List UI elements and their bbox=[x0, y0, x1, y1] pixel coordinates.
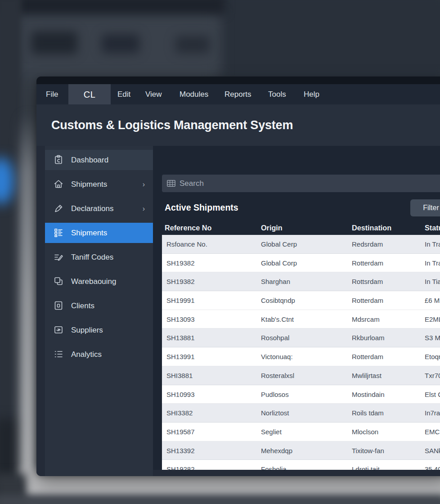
cell-origin: Fosbolia bbox=[261, 460, 287, 470]
clipboard-icon bbox=[53, 154, 64, 165]
table-row[interactable]: SH13392 Mehexdqp Tixitow-fan SANk bbox=[162, 441, 440, 460]
grid-icon bbox=[167, 180, 175, 187]
sidebar-item-warehousing[interactable]: Warebaouing bbox=[45, 271, 153, 292]
sidebar-item-declarations[interactable]: Declarations › bbox=[45, 198, 153, 219]
cell-status: £6 M2 bbox=[425, 291, 440, 310]
sidebar-item-suppliers[interactable]: Suppliers bbox=[45, 320, 153, 340]
table-row[interactable]: SH13093 Ktab's.Ctnt Mdsrcam E2ML bbox=[162, 310, 440, 329]
cell-reference: SH19382 bbox=[166, 272, 195, 291]
column-header-destination[interactable]: Destination bbox=[352, 223, 391, 232]
table-row[interactable]: SH19991 Cosibtqndp Rotterdam £6 M2 bbox=[162, 291, 440, 310]
column-header-origin[interactable]: Origin bbox=[261, 223, 283, 232]
menu-item-tools[interactable]: Tools bbox=[268, 84, 286, 104]
cell-origin: Rosteralxsl bbox=[261, 366, 294, 385]
sidebar-item-label: Shipments bbox=[71, 174, 107, 194]
sidebar-item-dashboard[interactable]: Dashboard bbox=[45, 150, 153, 170]
column-header-status[interactable]: Status bbox=[425, 223, 440, 232]
cell-status: In7ra bbox=[425, 404, 440, 423]
table-row[interactable]: Rsfoance No. Global Cerp Redsrdam In Tra bbox=[162, 235, 440, 254]
background-shape bbox=[21, 112, 36, 481]
shipments-table: Rsfoance No. Global Cerp Redsrdam In Tra… bbox=[162, 235, 440, 470]
search-input[interactable]: Search bbox=[162, 175, 440, 192]
cell-status: In Tia bbox=[425, 272, 440, 291]
cell-destination: Rkburloam bbox=[352, 328, 385, 347]
app-header-band: Customs & Logistics Management System bbox=[36, 104, 440, 146]
cell-status: Elst C bbox=[425, 385, 440, 404]
table-row[interactable]: SHI3881 Rosteralxsl Mwliljrtast Txr70 bbox=[162, 366, 440, 385]
cell-status: SANk bbox=[425, 441, 440, 460]
copy-icon bbox=[53, 276, 64, 287]
cell-reference: SH13881 bbox=[166, 328, 195, 347]
cell-destination: Rottsrdam bbox=[352, 272, 383, 291]
table-row[interactable]: SH19382 Global Corp Rotterdam In Tra bbox=[162, 254, 440, 273]
table-row[interactable]: SH19282 Fosbolia Ldroti tait 35.40 bbox=[162, 460, 440, 470]
table-row[interactable]: SHI3382 Norliztost Roils tdam In7ra bbox=[162, 404, 440, 423]
sidebar-item-tariff-codes[interactable]: Taniff Codes bbox=[45, 247, 153, 267]
app-tab-cl[interactable]: CL bbox=[68, 84, 111, 105]
cell-status: 35.40 bbox=[425, 460, 440, 470]
cell-status: Txr70 bbox=[425, 366, 440, 385]
menu-item-view[interactable]: View bbox=[145, 84, 162, 104]
table-row[interactable]: SH13991 Victonuaq: Rotterdam Etoqr bbox=[162, 347, 440, 366]
main-panel: Search Active Shipments Filter Reference… bbox=[153, 146, 440, 470]
person-card-icon bbox=[53, 300, 64, 311]
sidebar-item-shipments[interactable]: Shipments bbox=[45, 223, 153, 243]
section-title: Active Shipments bbox=[165, 202, 238, 213]
background-shape bbox=[216, 0, 440, 81]
cell-destination: Redsrdam bbox=[352, 235, 383, 254]
cell-origin: Victonuaq: bbox=[261, 347, 293, 366]
cell-origin: Ktab's.Ctnt bbox=[261, 310, 294, 329]
sidebar-item-label: Dashboard bbox=[71, 150, 108, 170]
column-header-reference-no[interactable]: Reference No bbox=[165, 223, 211, 232]
cell-origin: Rosohpal bbox=[261, 328, 289, 347]
list-icon bbox=[53, 349, 64, 360]
home-icon bbox=[53, 179, 64, 189]
sidebar-item-label: Suppliers bbox=[71, 320, 103, 340]
table-row[interactable]: SH10993 Pudlosos Mostindain Elst C bbox=[162, 385, 440, 404]
background-shape bbox=[31, 32, 77, 54]
cell-destination: Rotterdam bbox=[352, 347, 383, 366]
cell-origin: Cosibtqndp bbox=[261, 291, 295, 310]
menu-item-edit[interactable]: Edit bbox=[117, 84, 130, 104]
sidebar-item-label: Declarations bbox=[71, 198, 114, 219]
cell-status: In Tra bbox=[425, 254, 440, 273]
background-shape bbox=[0, 0, 225, 14]
cell-reference: SH19282 bbox=[166, 460, 195, 470]
sidebar-item-analytics[interactable]: Analytics bbox=[45, 344, 153, 364]
sidebar-item-shipments-group[interactable]: Shipments › bbox=[45, 174, 153, 194]
cell-origin: Pudlosos bbox=[261, 385, 289, 404]
menu-item-file[interactable]: File bbox=[46, 84, 58, 104]
list-boxes-icon bbox=[53, 227, 64, 238]
menu-item-modules[interactable]: Modules bbox=[180, 84, 208, 104]
window-title-strip bbox=[36, 76, 440, 84]
cell-destination: Tixitow-fan bbox=[352, 441, 384, 460]
cell-destination: Roils tdam bbox=[352, 404, 384, 423]
sidebar: Dashboard Shipments › Declarations › bbox=[45, 146, 153, 476]
cell-status: EMC. bbox=[425, 423, 440, 441]
sidebar-item-label: Taniff Codes bbox=[71, 247, 113, 267]
cell-origin: Segliet bbox=[261, 423, 282, 441]
cell-destination: Mloclson bbox=[352, 423, 378, 441]
filter-button[interactable]: Filter bbox=[410, 199, 440, 216]
search-placeholder: Search bbox=[180, 179, 204, 188]
sidebar-item-label: Analytics bbox=[71, 344, 102, 364]
background-shape bbox=[102, 34, 139, 53]
cell-status: S3 M bbox=[425, 328, 440, 347]
window-content: Dashboard Shipments › Declarations › bbox=[36, 146, 440, 476]
cell-reference: SH19382 bbox=[166, 254, 195, 273]
cell-status: In Tra bbox=[425, 235, 440, 254]
menu-item-reports[interactable]: Reports bbox=[224, 84, 251, 104]
table-row[interactable]: SH19587 Segliet Mloclson EMC. bbox=[162, 423, 440, 441]
table-row[interactable]: SH19382 Sharghan Rottsrdam In Tia bbox=[162, 272, 440, 291]
cell-destination: Rotterdam bbox=[352, 291, 383, 310]
cell-status: Etoqr bbox=[425, 347, 440, 366]
cell-reference: SH13093 bbox=[166, 310, 195, 329]
table-row[interactable]: SH13881 Rosohpal Rkburloam S3 M bbox=[162, 328, 440, 347]
cell-reference: SHI3382 bbox=[166, 404, 193, 423]
chevron-right-icon: › bbox=[143, 198, 145, 219]
cell-origin: Global Cerp bbox=[261, 235, 297, 254]
cell-reference: SH19991 bbox=[166, 291, 195, 310]
sidebar-item-clients[interactable]: Clients bbox=[45, 296, 153, 316]
menu-item-help[interactable]: Help bbox=[304, 84, 319, 104]
card-icon bbox=[53, 324, 64, 335]
